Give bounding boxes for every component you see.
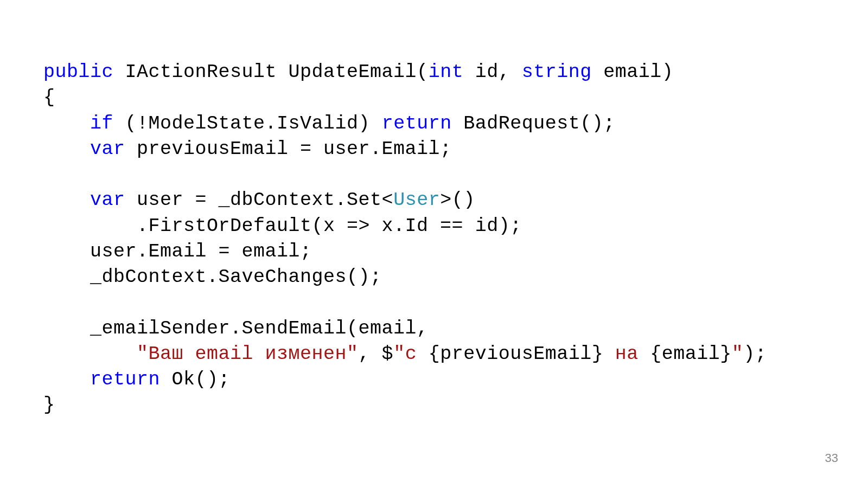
code-token: >() bbox=[440, 189, 475, 211]
code-token: var bbox=[90, 189, 125, 211]
code-token: id, bbox=[463, 61, 522, 83]
code-token: BadRequest(); bbox=[452, 113, 615, 134]
code-token: } bbox=[43, 394, 55, 416]
code-token: Ok(); bbox=[160, 369, 230, 390]
code-snippet: public IActionResult UpdateEmail(int id,… bbox=[43, 60, 825, 419]
code-token: _dbContext.SaveChanges(); bbox=[43, 266, 382, 288]
code-token: User bbox=[393, 189, 440, 211]
code-token: return bbox=[90, 369, 160, 390]
code-token: , $ bbox=[359, 343, 394, 365]
code-token: previousEmail = user.Email; bbox=[125, 138, 452, 160]
code-token bbox=[43, 138, 90, 160]
code-token: email) bbox=[592, 61, 674, 83]
code-token: public bbox=[43, 61, 113, 83]
code-token: {previousEmail} bbox=[429, 343, 604, 365]
code-token: .FirstOrDefault(x => x.Id == id); bbox=[43, 215, 522, 237]
code-token: {email} bbox=[650, 343, 732, 365]
code-token: if bbox=[90, 113, 113, 134]
code-token bbox=[43, 343, 137, 365]
code-token: IActionResult UpdateEmail( bbox=[113, 61, 429, 83]
code-token bbox=[43, 113, 90, 134]
code-token: user.Email = email; bbox=[43, 241, 312, 262]
code-token: return bbox=[382, 113, 452, 134]
page-number: 33 bbox=[825, 450, 838, 466]
code-token: _emailSender.SendEmail(email, bbox=[43, 318, 429, 339]
code-token bbox=[43, 189, 90, 211]
code-token: int bbox=[429, 61, 464, 83]
code-token: на bbox=[603, 343, 650, 365]
code-token: var bbox=[90, 138, 125, 160]
code-token: { bbox=[43, 87, 55, 108]
code-token: "Ваш email изменен" bbox=[137, 343, 359, 365]
code-token: "с bbox=[393, 343, 429, 365]
code-token: string bbox=[522, 61, 592, 83]
code-token bbox=[43, 369, 90, 390]
code-token: ); bbox=[743, 343, 767, 365]
code-token: user = _dbContext.Set< bbox=[125, 189, 394, 211]
code-token: " bbox=[732, 343, 744, 365]
code-token: (!ModelState.IsValid) bbox=[113, 113, 382, 134]
